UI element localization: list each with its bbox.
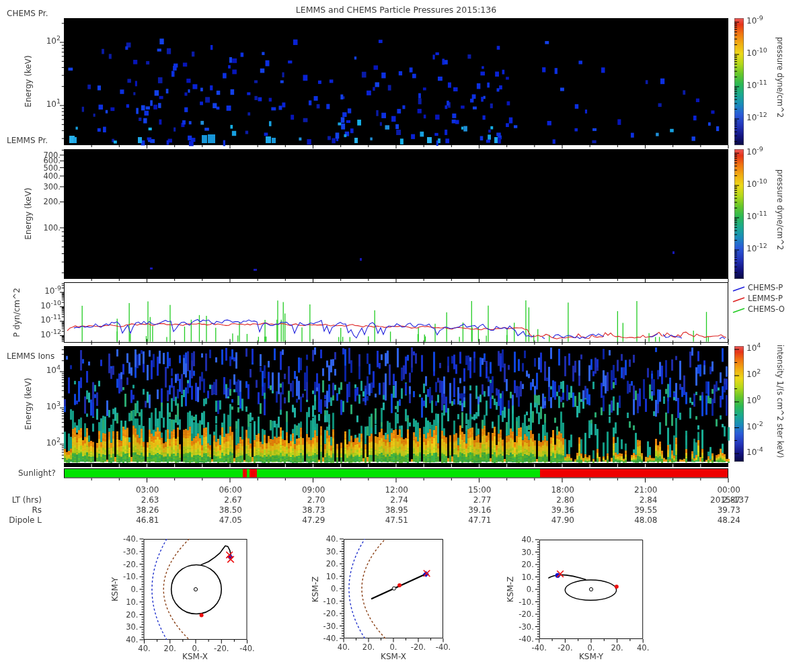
row-label-lt: LT (hrs) [0, 495, 42, 505]
orbit-c-ylabel: KSM-Z [506, 569, 515, 610]
legend-item-chems-o: CHEMS-O [748, 304, 785, 314]
legend-item-chems-p: CHEMS-P [748, 283, 783, 292]
figure-page: LEMMS and CHEMS Particle Pressures 2015:… [0, 0, 807, 672]
row-label-rs: Rs [0, 505, 42, 515]
sunlight-label: Sunlight? [18, 468, 56, 478]
end-date-label: 2015-137 [710, 495, 749, 505]
orbit-a-xlabel: KSM-X [168, 652, 222, 661]
energy-axis-label-2: Energy (keV) [24, 173, 33, 254]
energy-axis-label-3: Energy (keV) [24, 364, 33, 444]
row-label-dipole: Dipole L [0, 515, 42, 525]
panel-label-lemms: LEMMS Pr. [7, 136, 48, 145]
figure-canvas [0, 0, 807, 672]
orbit-b-xlabel: KSM-X [367, 652, 420, 661]
page-title: LEMMS and CHEMS Particle Pressures 2015:… [64, 5, 728, 15]
orbit-c-xlabel: KSM-Y [564, 652, 618, 661]
orbit-b-ylabel: KSM-Z [311, 569, 320, 610]
energy-axis-label-1: Energy (keV) [24, 41, 33, 122]
pressure-axis-label: P dyn/cm^2 [12, 276, 22, 349]
legend-item-lemms-p: LEMMS-P [748, 294, 783, 303]
panel-label-chems: CHEMS Pr. [7, 9, 48, 18]
panel-label-lemms-ions: LEMMS Ions [7, 351, 54, 361]
colorbar-label-pressure-2: pressure dyne/cm^2 [775, 169, 785, 250]
orbit-a-ylabel: KSM-Y [110, 569, 120, 610]
colorbar-label-intensity: intensity 1/(s cm^2 ster keV) [775, 345, 785, 458]
colorbar-label-pressure-1: pressure dyne/cm^2 [775, 37, 785, 118]
